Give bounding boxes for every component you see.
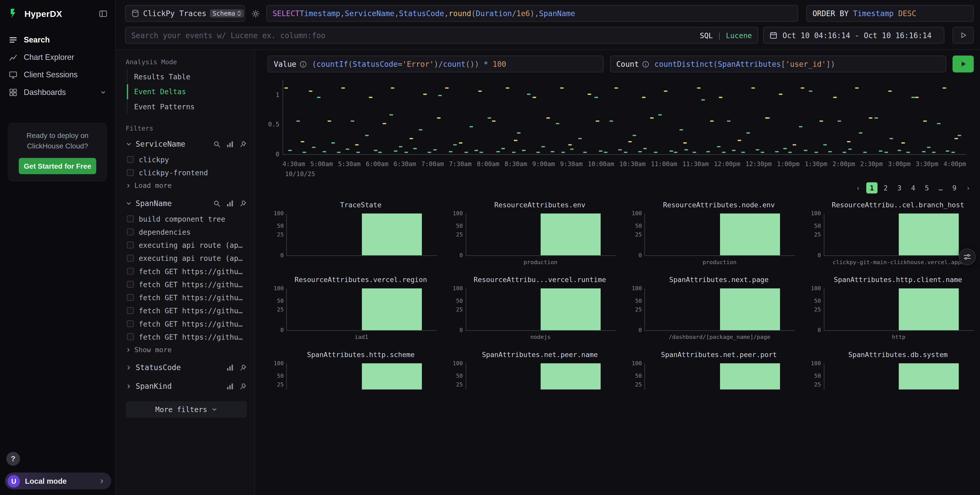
- deltas-plot-area[interactable]: 10.50: [283, 80, 966, 155]
- mini-chart[interactable]: ResourceAttribu...vercel.runtime10050250…: [447, 276, 616, 341]
- sql-select-input[interactable]: SELECT Timestamp, ServiceName, StatusCod…: [266, 5, 798, 22]
- pin-icon[interactable]: [240, 382, 247, 390]
- order-by-input[interactable]: ORDER BY Timestamp DESC: [807, 5, 974, 22]
- mode-event-deltas[interactable]: Event Deltas: [127, 84, 247, 99]
- event-search-bar[interactable]: SQL | Lucene: [125, 27, 758, 44]
- page-button-2[interactable]: 2: [880, 182, 891, 194]
- checkbox[interactable]: [127, 215, 134, 222]
- mini-chart[interactable]: SpanAttributes.net.peer.name10050250z5pz…: [447, 351, 616, 390]
- checkbox[interactable]: [127, 268, 134, 274]
- gear-icon[interactable]: [250, 9, 261, 17]
- sidebar-item-search[interactable]: Search: [0, 31, 115, 49]
- bar[interactable]: [899, 213, 959, 255]
- sidebar-item-dashboards[interactable]: Dashboards: [0, 84, 115, 101]
- source-selector[interactable]: ClickPy Traces Schema: [125, 5, 245, 22]
- filter-option[interactable]: dependencies: [126, 225, 247, 238]
- page-button-1[interactable]: 1: [866, 182, 878, 194]
- search-icon[interactable]: [213, 200, 221, 207]
- filter-group-header[interactable]: ServiceName: [126, 135, 247, 153]
- mini-chart[interactable]: ResourceAttributes.env10050250production: [447, 201, 616, 266]
- live-tail-button[interactable]: [953, 27, 974, 44]
- mode-results-table[interactable]: Results Table: [127, 69, 247, 84]
- mini-chart[interactable]: SpanAttributes.http.scheme10050250https: [267, 351, 436, 390]
- filter-option[interactable]: fetch GET https://github.…: [126, 304, 247, 317]
- more-filters-button[interactable]: More filters: [126, 401, 247, 417]
- bar-chart-icon[interactable]: [226, 364, 234, 371]
- schema-chip[interactable]: Schema: [210, 10, 244, 17]
- checkbox[interactable]: [127, 333, 134, 340]
- sidebar-item-client-sessions[interactable]: Client Sessions: [0, 66, 115, 84]
- toggle-lucene[interactable]: Lucene: [726, 31, 752, 40]
- show-more[interactable]: Show more: [126, 343, 247, 357]
- checkbox[interactable]: [127, 228, 134, 235]
- page-button-9[interactable]: 9: [949, 182, 960, 194]
- page-button-5[interactable]: 5: [921, 182, 932, 194]
- help-button[interactable]: ?: [6, 452, 20, 466]
- run-query-button[interactable]: [953, 56, 974, 73]
- page-button-4[interactable]: 4: [907, 182, 919, 194]
- checkbox[interactable]: [127, 255, 134, 262]
- mini-chart[interactable]: ResourceAttributes.node.env10050250produ…: [626, 201, 795, 266]
- filter-group-header[interactable]: SpanKind: [126, 378, 247, 395]
- get-started-button[interactable]: Get Started for Free: [19, 158, 96, 174]
- bar-chart-icon[interactable]: [226, 382, 234, 390]
- pin-icon[interactable]: [240, 364, 247, 371]
- filter-option[interactable]: executing api route (app)…: [126, 238, 247, 252]
- filter-option[interactable]: fetch GET https://github.…: [126, 291, 247, 304]
- value-expression-input[interactable]: Value (countIf(StatusCode='Error')/count…: [267, 56, 604, 73]
- mini-chart[interactable]: SpanAttributes.net.peer.port100502508443: [626, 351, 795, 390]
- checkbox[interactable]: [127, 242, 134, 249]
- chart-settings-button[interactable]: [959, 249, 976, 265]
- filter-option[interactable]: clickpy: [126, 153, 247, 166]
- mini-chart[interactable]: TraceState10050250: [267, 201, 436, 266]
- checkbox[interactable]: [127, 294, 134, 301]
- bar[interactable]: [720, 363, 780, 389]
- mini-chart[interactable]: SpanAttributes.db.system10050250clickhou…: [805, 351, 974, 390]
- checkbox[interactable]: [127, 281, 134, 288]
- bar[interactable]: [362, 363, 422, 389]
- mini-chart[interactable]: ResourceAttribu..cel.branch_host10050250…: [805, 201, 974, 266]
- bar[interactable]: [362, 213, 422, 255]
- checkbox[interactable]: [127, 307, 134, 314]
- search-input[interactable]: [131, 31, 695, 40]
- bar[interactable]: [541, 213, 601, 255]
- event-deltas-chart[interactable]: 10.50 4:30am5:00am5:30am6:00am6:30am7:00…: [267, 79, 974, 178]
- filter-option[interactable]: fetch GET https://github.…: [126, 317, 247, 330]
- bar-chart-icon[interactable]: [226, 200, 234, 207]
- filter-option[interactable]: fetch GET https://github.…: [126, 278, 247, 291]
- mini-chart[interactable]: SpanAttributes.http.client.name10050250h…: [805, 276, 974, 341]
- pin-icon[interactable]: [240, 141, 247, 148]
- bar-chart-icon[interactable]: [226, 141, 234, 148]
- page-next-button[interactable]: ›: [963, 182, 974, 194]
- filter-option[interactable]: fetch GET https://github.…: [126, 265, 247, 278]
- count-expression-input[interactable]: Count countDistinct(SpanAttributes['user…: [610, 56, 947, 73]
- bar[interactable]: [362, 289, 422, 330]
- mini-chart[interactable]: ResourceAttributes.vercel.region10050250…: [267, 276, 436, 341]
- checkbox[interactable]: [127, 320, 134, 327]
- collapse-sidebar-icon[interactable]: [99, 9, 108, 17]
- bar[interactable]: [541, 363, 601, 389]
- search-icon[interactable]: [213, 141, 221, 148]
- local-mode-button[interactable]: U Local mode: [5, 473, 111, 489]
- bar[interactable]: [899, 363, 959, 389]
- bar[interactable]: [720, 213, 780, 255]
- filter-option[interactable]: executing api route (app)…: [126, 252, 247, 265]
- filter-option[interactable]: fetch GET https://github.…: [126, 330, 247, 343]
- bar[interactable]: [720, 289, 780, 330]
- date-range-picker[interactable]: Oct 10 04:16:14 - Oct 10 16:16:14: [763, 27, 944, 44]
- mode-event-patterns[interactable]: Event Patterns: [127, 99, 247, 114]
- page-prev-button[interactable]: ‹: [853, 182, 864, 194]
- mini-chart[interactable]: SpanAttributes.next.page10050250/dashboa…: [626, 276, 795, 341]
- filter-group-header[interactable]: SpanName: [126, 195, 247, 212]
- filter-group-header[interactable]: StatusCode: [126, 359, 247, 376]
- load-more[interactable]: Load more: [126, 179, 247, 194]
- filter-option[interactable]: clickpy-frontend: [126, 166, 247, 179]
- bar[interactable]: [541, 289, 601, 330]
- toggle-sql[interactable]: SQL: [700, 31, 713, 40]
- bar[interactable]: [899, 289, 959, 330]
- checkbox[interactable]: [127, 169, 134, 176]
- page-button-3[interactable]: 3: [894, 182, 905, 194]
- avatar[interactable]: U: [8, 475, 20, 487]
- checkbox[interactable]: [127, 156, 134, 163]
- filter-option[interactable]: build component tree: [126, 212, 247, 225]
